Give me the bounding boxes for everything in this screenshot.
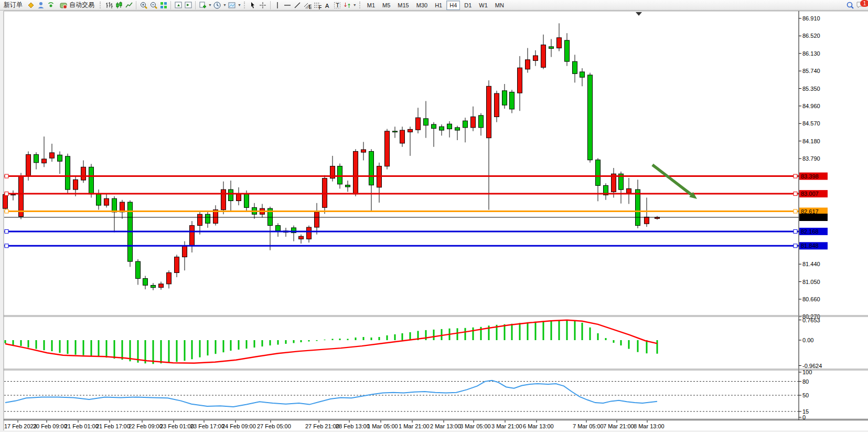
toolbar-separator <box>195 1 196 9</box>
line-handle[interactable] <box>794 229 797 233</box>
line-chart-icon[interactable] <box>124 1 133 9</box>
time-axis-label: 27 Feb 05:00 <box>257 423 291 429</box>
new-chart-icon[interactable] <box>198 1 207 9</box>
rsi-axis-label: 50 <box>802 392 809 398</box>
candle <box>315 212 319 227</box>
time-axis-label: 2 Mar 13:00 <box>430 423 461 429</box>
svg-text:T: T <box>336 2 340 8</box>
notification-badge: 1 <box>860 0 868 7</box>
candle <box>11 195 16 195</box>
tab-timeframe-w1[interactable]: W1 <box>476 1 491 10</box>
chevron-down-icon[interactable]: ▼ <box>238 3 241 7</box>
price-axis-label: 81.440 <box>802 261 820 267</box>
candle <box>323 178 327 208</box>
line-handle[interactable] <box>5 192 8 196</box>
candle <box>463 121 468 128</box>
price-axis-label: 84.180 <box>802 138 820 144</box>
signals-icon[interactable] <box>46 1 55 9</box>
tab-timeframe-m5[interactable]: M5 <box>379 1 393 10</box>
candle <box>645 217 649 224</box>
autotrade-icon <box>59 1 68 9</box>
tab-timeframe-h4[interactable]: H4 <box>446 1 460 10</box>
candle <box>541 45 546 68</box>
tile-windows-icon[interactable] <box>159 1 168 9</box>
time-axis-label: 6 Mar 13:00 <box>523 423 554 429</box>
price-axis-label: 83.790 <box>802 155 820 162</box>
tab-timeframe-m30[interactable]: M30 <box>413 1 431 10</box>
tab-timeframe-m1[interactable]: M1 <box>364 1 378 10</box>
text-label-icon[interactable]: T <box>333 1 342 9</box>
line-handle[interactable] <box>5 209 8 213</box>
time-axis-label: 27 Feb 21:00 <box>305 423 339 429</box>
toolbar-separator <box>270 1 271 9</box>
candle <box>50 153 55 158</box>
templates-icon[interactable] <box>228 1 237 9</box>
time-axis-label: 22 Feb 09:00 <box>128 423 163 429</box>
candle <box>66 156 70 189</box>
main-toolbar: 新订单 自动交易 ▼ ▼ ▼ E F A T ▼ M1 M5 M15 M30 H… <box>0 0 868 10</box>
shapes-icon[interactable] <box>343 1 352 9</box>
horizontal-line-icon[interactable] <box>283 1 292 9</box>
toolbar-separator <box>136 1 136 9</box>
trading-terminal: { "toolbar": { "new_order_label": "新订单",… <box>0 0 868 432</box>
candle <box>518 68 522 93</box>
equidistant-channel-icon[interactable]: E <box>303 1 312 9</box>
tab-timeframe-d1[interactable]: D1 <box>461 1 475 10</box>
fibonacci-icon[interactable]: F <box>313 1 322 9</box>
candle <box>198 214 202 225</box>
line-handle[interactable] <box>794 174 797 178</box>
chevron-down-icon[interactable]: ▼ <box>208 3 212 7</box>
profile-icon[interactable] <box>36 1 45 9</box>
candle <box>42 159 47 163</box>
macd-axis-label: -0.9624 <box>802 363 822 369</box>
svg-text:E: E <box>309 4 312 9</box>
line-handle[interactable] <box>794 244 797 248</box>
line-handle[interactable] <box>794 209 797 213</box>
trendline-icon[interactable] <box>293 1 302 9</box>
zoom-in-icon[interactable] <box>139 1 148 9</box>
price-axis-label: 86.520 <box>802 33 820 39</box>
autotrade-button[interactable]: 自动交易 <box>56 0 97 10</box>
candle <box>346 185 350 187</box>
notifications-button[interactable]: 1 <box>855 1 867 10</box>
line-handle[interactable] <box>5 229 8 233</box>
candle <box>190 226 195 246</box>
vertical-line-icon[interactable] <box>273 1 282 9</box>
price-badge-label: 82.617 <box>801 208 819 215</box>
line-handle[interactable] <box>5 244 8 248</box>
cursor-icon[interactable] <box>249 1 258 9</box>
price-badge-label: 81.848 <box>801 243 819 249</box>
arrange-charts-icon[interactable] <box>174 1 183 9</box>
zoom-out-icon[interactable] <box>149 1 158 9</box>
candle <box>81 167 86 180</box>
mql5-icon[interactable] <box>26 1 35 9</box>
tab-timeframe-m15[interactable]: M15 <box>394 1 412 10</box>
candle <box>636 189 640 226</box>
candle <box>432 124 436 129</box>
cascade-charts-icon[interactable] <box>184 1 192 9</box>
text-tool-icon[interactable]: A <box>323 1 332 9</box>
price-badge-label: 83.007 <box>801 191 819 197</box>
search-icon[interactable] <box>845 1 854 9</box>
crosshair-icon[interactable] <box>259 1 267 9</box>
bar-chart-icon[interactable] <box>104 1 113 9</box>
new-order-button[interactable]: 新订单 <box>1 0 25 10</box>
candle <box>510 92 515 109</box>
time-axis-label: 7 Mar 21:00 <box>603 423 634 429</box>
periods-clock-icon[interactable] <box>213 1 222 9</box>
time-axis-label: 17 Feb 2023 <box>4 423 37 429</box>
candlestick-chart-icon[interactable] <box>114 1 123 9</box>
tab-timeframe-mn[interactable]: MN <box>492 1 507 10</box>
line-handle[interactable] <box>794 192 797 196</box>
chevron-down-icon[interactable]: ▼ <box>223 3 227 7</box>
price-axis-label: 85.740 <box>802 68 820 74</box>
candle <box>175 257 179 273</box>
chevron-down-icon[interactable]: ▼ <box>353 3 357 7</box>
tab-timeframe-h1[interactable]: H1 <box>432 1 445 10</box>
candle <box>573 61 577 73</box>
rsi-axis-label: 100 <box>802 369 812 375</box>
candle <box>136 261 141 278</box>
line-handle[interactable] <box>5 174 8 178</box>
candle <box>502 91 507 105</box>
price-chart[interactable]: UKOil-,H4 82.455 82.512 82.430 82.482 MA… <box>0 0 868 432</box>
